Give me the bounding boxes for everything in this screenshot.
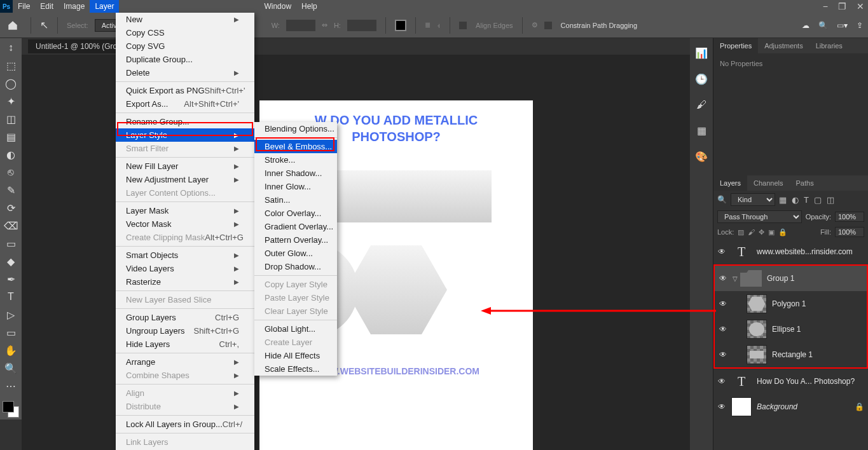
menu-image[interactable]: Image <box>59 0 90 13</box>
eye-icon[interactable]: 👁 <box>719 274 727 283</box>
tab-layers[interactable]: Layers <box>713 175 747 191</box>
lock-icon[interactable]: 🔒 <box>855 402 864 411</box>
menu-item[interactable]: Delete▶ <box>116 66 254 79</box>
menu-item[interactable]: Satin... <box>254 193 337 207</box>
align-edges-checkbox[interactable] <box>459 22 467 29</box>
eye-icon[interactable]: 👁 <box>717 402 726 411</box>
swatches-icon[interactable]: ▦ <box>697 125 706 137</box>
menu-item[interactable]: Rename Group... <box>116 115 254 128</box>
menu-item[interactable]: Stroke... <box>254 153 337 167</box>
lock-all-icon[interactable]: 🔒 <box>778 228 787 236</box>
distribute-icon[interactable]: ⫞ <box>437 22 441 29</box>
menu-item[interactable]: New Fill Layer▶ <box>116 160 254 173</box>
chevron-down-icon[interactable]: ▽ <box>733 275 738 282</box>
gradient-tool[interactable]: ▭ <box>2 235 20 252</box>
menu-edit[interactable]: Edit <box>35 0 59 13</box>
menu-item[interactable]: Lock All Layers in Group...Ctrl+/ <box>116 418 254 431</box>
close-button[interactable]: ✕ <box>857 1 864 11</box>
tab-properties[interactable]: Properties <box>713 38 758 53</box>
kind-search-icon[interactable]: 🔍 <box>717 195 727 204</box>
type-tool[interactable]: T <box>2 289 20 305</box>
pen-tool[interactable]: ✒ <box>2 271 20 287</box>
lock-artboard-icon[interactable]: ▣ <box>768 228 775 236</box>
cloud-icon[interactable]: ☁ <box>802 21 809 30</box>
menu-item[interactable]: Inner Glow... <box>254 180 337 193</box>
layer-rectangle1[interactable]: 👁 Rectangle 1 <box>715 342 867 367</box>
hand-tool[interactable]: ✋ <box>2 342 20 358</box>
layer-polygon1[interactable]: 👁 Polygon 1 <box>715 291 867 317</box>
menu-item[interactable]: Hide LayersCtrl+, <box>116 338 254 351</box>
layer-ellipse1[interactable]: 👁 Ellipse 1 <box>715 317 867 342</box>
magic-wand-tool[interactable]: ✦ <box>2 93 20 109</box>
menu-item[interactable]: New Adjustment Layer▶ <box>116 173 254 186</box>
filter-adjust-icon[interactable]: ◐ <box>792 195 799 205</box>
menu-item[interactable]: Blending Options... <box>254 122 337 135</box>
crop-tool[interactable]: ◫ <box>2 111 20 127</box>
menu-item[interactable]: Ungroup LayersShift+Ctrl+G <box>116 324 254 338</box>
menu-item[interactable]: Color Overlay... <box>254 207 337 220</box>
fill-input[interactable] <box>835 227 864 237</box>
eye-icon[interactable]: 👁 <box>717 377 726 386</box>
path-select-tool[interactable]: ▷ <box>2 306 20 323</box>
align-icon[interactable]: ≣ <box>425 21 431 29</box>
menu-item[interactable]: Vector Mask▶ <box>116 217 254 231</box>
layer-group1[interactable]: 👁 ▽ Group 1 <box>715 266 867 291</box>
menu-item[interactable]: Layer Mask▶ <box>116 204 254 217</box>
menu-item[interactable]: Pattern Overlay... <box>254 233 337 247</box>
layer-background[interactable]: 👁 Background 🔒 <box>713 394 868 419</box>
menu-item[interactable]: Smart Objects▶ <box>116 249 254 262</box>
menu-item[interactable]: Hide All Effects <box>254 349 337 362</box>
menu-help[interactable]: Help <box>296 0 322 13</box>
eyedropper-tool[interactable]: ◐ <box>2 146 20 163</box>
eye-icon[interactable]: 👁 <box>719 350 727 359</box>
menu-item[interactable]: Quick Export as PNGShift+Ctrl+' <box>116 84 254 97</box>
menu-layer[interactable]: Layer <box>90 0 119 13</box>
eye-icon[interactable]: 👁 <box>719 325 727 334</box>
filter-smart-icon[interactable]: ◫ <box>827 195 834 205</box>
menu-item[interactable]: New▶ <box>116 13 254 26</box>
lock-pixels-icon[interactable]: 🖌 <box>748 228 755 236</box>
blur-tool[interactable]: ◆ <box>2 253 20 269</box>
eraser-tool[interactable]: ⌫ <box>2 217 20 234</box>
gear-icon[interactable]: ⚙ <box>532 21 538 29</box>
menu-item[interactable]: Outer Glow... <box>254 247 337 260</box>
opacity-input[interactable] <box>835 212 864 222</box>
eye-icon[interactable]: 👁 <box>717 247 726 256</box>
lock-position-icon[interactable]: ✥ <box>759 228 764 236</box>
menu-item[interactable]: Rasterize▶ <box>116 275 254 289</box>
eye-icon[interactable]: 👁 <box>719 299 727 308</box>
restore-button[interactable]: ❐ <box>838 1 846 11</box>
menu-item[interactable]: Scale Effects... <box>254 362 337 376</box>
menu-item[interactable]: Video Layers▶ <box>116 262 254 275</box>
clone-tool[interactable]: ⟳ <box>2 200 20 216</box>
menu-item[interactable]: Copy CSS <box>116 26 254 39</box>
zoom-tool[interactable]: 🔍 <box>2 360 20 376</box>
menu-item[interactable]: Drop Shadow... <box>254 260 337 273</box>
w-input[interactable] <box>286 20 315 31</box>
color-swatches[interactable] <box>2 400 20 418</box>
marquee-tool[interactable]: ⬚ <box>2 57 20 74</box>
menu-item[interactable]: Global Light... <box>254 322 337 336</box>
healing-tool[interactable]: ⎋ <box>2 164 20 181</box>
tab-paths[interactable]: Paths <box>790 175 820 191</box>
constrain-checkbox[interactable] <box>544 22 552 29</box>
levels-icon[interactable]: 📊 <box>695 47 708 59</box>
menu-item[interactable]: Bevel & Emboss... <box>254 140 337 153</box>
menu-item[interactable]: Inner Shadow... <box>254 167 337 180</box>
brush-tool[interactable]: ✎ <box>2 182 20 198</box>
blend-mode-dropdown[interactable]: Pass Through <box>717 210 802 223</box>
arrow-tool-icon[interactable]: ↖ <box>40 19 48 31</box>
layer-text-title[interactable]: 👁 T How Do You A... Photoshop? <box>713 369 868 394</box>
tab-channels[interactable]: Channels <box>747 175 789 191</box>
search-icon[interactable]: 🔍 <box>818 21 828 30</box>
move-tool[interactable]: ↕ <box>2 39 20 56</box>
workspace-icon[interactable]: ▭▾ <box>837 21 848 30</box>
menu-file[interactable]: File <box>13 0 35 13</box>
menu-item[interactable]: Duplicate Group... <box>116 53 254 66</box>
more-tools[interactable]: ⋯ <box>2 378 20 394</box>
menu-item[interactable]: Group LayersCtrl+G <box>116 311 254 324</box>
history-icon[interactable]: 🕒 <box>695 73 708 85</box>
foreground-color-swatch[interactable] <box>3 401 14 412</box>
h-input[interactable] <box>347 20 376 31</box>
menu-item[interactable]: Copy SVG <box>116 39 254 53</box>
